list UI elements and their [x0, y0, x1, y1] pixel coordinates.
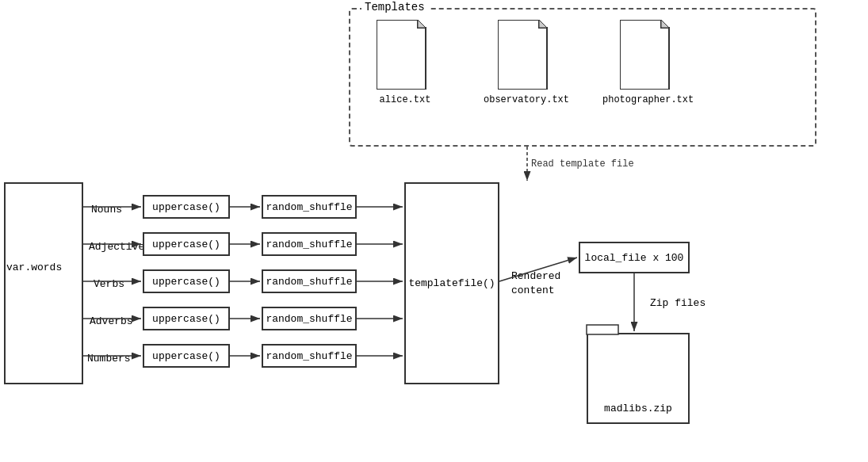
diagram: Templates alice.txt observatory.txt phot…	[0, 0, 868, 462]
templatefile-box: templatefile()	[404, 182, 499, 384]
row-label-verbs: Verbs	[94, 278, 124, 290]
uppercase-box-verbs: uppercase()	[143, 269, 230, 293]
file-observatory-label: observatory.txt	[484, 94, 569, 105]
file-photographer: photographer.txt	[602, 20, 694, 105]
svg-marker-1	[418, 20, 426, 28]
templates-label: Templates	[361, 1, 428, 13]
file-observatory: observatory.txt	[484, 20, 569, 105]
svg-marker-2	[498, 20, 547, 90]
local-file-box: local_file x 100	[579, 242, 690, 273]
uppercase-box-nouns: uppercase()	[143, 195, 230, 219]
svg-marker-0	[377, 20, 426, 90]
var-words-label: var.words	[6, 262, 62, 273]
random-shuffle-box-nouns: random_shuffle	[262, 195, 357, 219]
zip-files-label: Zip files	[650, 297, 705, 309]
svg-marker-5	[661, 20, 669, 28]
file-alice-label: alice.txt	[377, 94, 434, 105]
svg-marker-4	[620, 20, 669, 90]
row-label-adverbs: Adverbs	[90, 315, 133, 327]
madlibs-box: madlibs.zip	[587, 333, 690, 424]
row-label-adjectives: Adjectives	[89, 241, 151, 253]
uppercase-box-numbers: uppercase()	[143, 344, 230, 368]
var-words-box	[4, 182, 83, 384]
row-label-numbers: Numbers	[87, 353, 131, 365]
file-photographer-label: photographer.txt	[602, 94, 694, 105]
random-shuffle-box-verbs: random_shuffle	[262, 269, 357, 293]
file-alice: alice.txt	[377, 20, 434, 105]
rendered-content-label: Renderedcontent	[511, 269, 560, 298]
svg-marker-3	[539, 20, 547, 28]
uppercase-box-adverbs: uppercase()	[143, 307, 230, 330]
uppercase-box-adjectives: uppercase()	[143, 232, 230, 256]
row-label-nouns: Nouns	[91, 204, 122, 216]
random-shuffle-box-numbers: random_shuffle	[262, 344, 357, 368]
svg-text:Read template file: Read template file	[531, 158, 634, 170]
random-shuffle-box-adjectives: random_shuffle	[262, 232, 357, 256]
random-shuffle-box-adverbs: random_shuffle	[262, 307, 357, 330]
